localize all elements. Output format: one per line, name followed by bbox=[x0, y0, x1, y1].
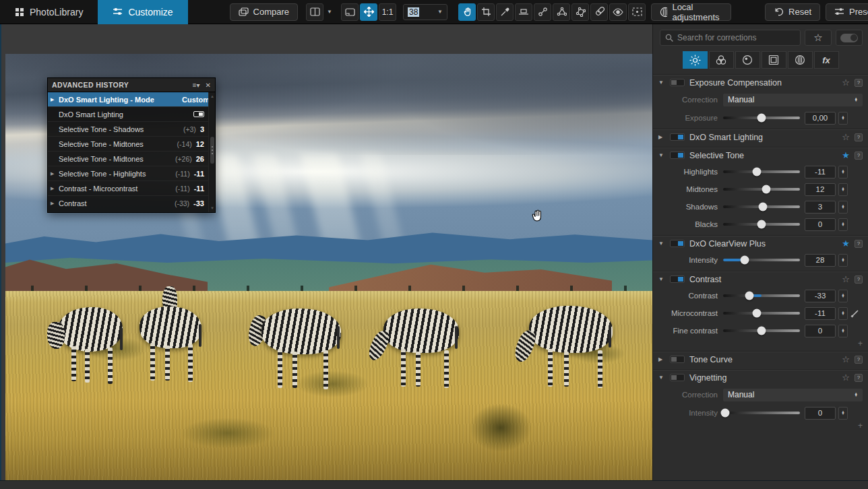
magic-wand-icon[interactable] bbox=[850, 309, 859, 318]
blacks-slider[interactable] bbox=[723, 223, 800, 226]
tab-photolibrary[interactable]: PhotoLibrary bbox=[0, 0, 98, 24]
help-icon[interactable]: ? bbox=[855, 133, 863, 141]
section-header[interactable]: ▶ DxO Smart Lighting ☆ ? bbox=[653, 129, 868, 145]
history-scroll-thumb[interactable] bbox=[210, 137, 214, 164]
enable-toggle[interactable] bbox=[670, 356, 685, 363]
disclosure-icon[interactable]: ▼ bbox=[658, 374, 665, 381]
horizon-tool[interactable] bbox=[515, 3, 532, 21]
section-header[interactable]: ▼ Vignetting ☆ ? bbox=[653, 370, 868, 385]
stepper[interactable]: ▲▼ bbox=[838, 254, 848, 267]
enable-toggle[interactable] bbox=[670, 133, 685, 141]
favorite-star-icon[interactable]: ☆ bbox=[842, 78, 850, 87]
exposure-value[interactable]: 0,00 bbox=[805, 112, 836, 125]
history-row[interactable]: Selective Tone - Shadows(+3)3 bbox=[48, 122, 215, 137]
compare-button[interactable]: Compare bbox=[230, 3, 298, 21]
color-picker-tool[interactable] bbox=[496, 3, 514, 21]
help-icon[interactable]: ? bbox=[855, 79, 863, 87]
exposure-slider[interactable] bbox=[723, 117, 800, 119]
clearview-intensity-slider[interactable] bbox=[723, 259, 800, 261]
stepper[interactable]: ▲▼ bbox=[838, 407, 848, 420]
stepper[interactable]: ▲▼ bbox=[838, 307, 848, 320]
contrast-slider[interactable] bbox=[723, 294, 800, 297]
help-icon[interactable]: ? bbox=[855, 152, 863, 160]
history-menu-icon[interactable]: ≡▾ bbox=[193, 82, 200, 89]
help-icon[interactable]: ? bbox=[855, 275, 863, 284]
repair-tool[interactable] bbox=[590, 3, 608, 21]
zoom-level-value[interactable]: 38 bbox=[408, 7, 419, 17]
help-icon[interactable]: ? bbox=[855, 356, 863, 364]
help-icon[interactable]: ? bbox=[855, 240, 863, 248]
add-sub-correction-button[interactable]: + bbox=[653, 339, 868, 349]
history-row[interactable]: Selective Tone - Midtones(+26)26 bbox=[48, 152, 215, 166]
split-view-dropdown[interactable]: ▼ bbox=[325, 3, 334, 21]
history-close-icon[interactable]: ✕ bbox=[206, 82, 211, 89]
hand-tool[interactable] bbox=[458, 3, 476, 21]
split-view-button[interactable] bbox=[306, 3, 323, 21]
slider-handle[interactable] bbox=[757, 114, 766, 123]
vignetting-intensity-slider[interactable] bbox=[723, 412, 800, 414]
history-row[interactable]: ▶Contrast - Microcontrast(-11)-11 bbox=[48, 181, 215, 196]
disclosure-icon[interactable]: ▼ bbox=[658, 152, 665, 158]
stepper[interactable]: ▲▼ bbox=[838, 218, 848, 231]
disclosure-icon[interactable]: ▼ bbox=[658, 79, 665, 86]
tab-customize[interactable]: Customize bbox=[98, 0, 187, 24]
disclosure-icon[interactable]: ▶ bbox=[658, 356, 665, 362]
palette-detail[interactable] bbox=[735, 51, 760, 69]
disclosure-icon[interactable]: ▼ bbox=[658, 276, 665, 282]
stepper[interactable]: ▲▼ bbox=[838, 166, 848, 178]
local-adjustments-button[interactable]: Local adjustments bbox=[651, 3, 731, 21]
search-input[interactable] bbox=[677, 33, 795, 42]
active-corrections-toggle-button[interactable] bbox=[836, 30, 863, 46]
history-row[interactable]: ▶Selective Tone - Highlights(-11)-11 bbox=[48, 166, 215, 181]
favorite-star-icon[interactable]: ☆ bbox=[842, 355, 850, 364]
history-scrollbar[interactable]: ▲ ▼ bbox=[208, 92, 215, 212]
stepper[interactable]: ▲▼ bbox=[838, 112, 848, 125]
favorite-star-icon[interactable]: ☆ bbox=[842, 133, 850, 141]
section-header[interactable]: ▼ Selective Tone ★ ? bbox=[653, 148, 868, 163]
microcontrast-slider[interactable] bbox=[723, 312, 800, 315]
red-eye-tool[interactable] bbox=[609, 3, 627, 21]
history-row[interactable]: ▶DxO Smart Lighting - ModeCustom bbox=[48, 92, 215, 107]
control-point-tool[interactable] bbox=[534, 3, 551, 21]
reset-button[interactable]: Reset bbox=[765, 3, 820, 21]
stepper[interactable]: ▲▼ bbox=[838, 183, 848, 196]
correction-mode-dropdown[interactable]: Manual ▲▼ bbox=[723, 94, 863, 106]
history-row[interactable]: ▶Contrast(-33)-33 bbox=[48, 196, 215, 211]
favorite-star-icon[interactable]: ★ bbox=[842, 151, 850, 160]
enable-toggle[interactable] bbox=[670, 275, 685, 283]
palette-geometry[interactable] bbox=[762, 51, 786, 69]
vignetting-mode-dropdown[interactable]: Manual ▲▼ bbox=[723, 389, 863, 401]
crop-tool[interactable] bbox=[477, 3, 495, 21]
zoom-level-combo[interactable]: 38 ▼ bbox=[403, 4, 447, 20]
control-polygon-tool[interactable] bbox=[571, 3, 589, 21]
history-row[interactable]: DxO Smart Lighting bbox=[48, 107, 215, 122]
help-icon[interactable]: ? bbox=[855, 374, 863, 382]
favorite-star-icon[interactable]: ★ bbox=[842, 239, 850, 248]
section-header[interactable]: ▶ Tone Curve ☆ ? bbox=[653, 352, 868, 367]
favorite-star-icon[interactable]: ☆ bbox=[842, 373, 850, 382]
add-sub-correction-button[interactable]: + bbox=[653, 422, 868, 431]
palette-light[interactable] bbox=[683, 51, 708, 69]
fine-contrast-slider[interactable] bbox=[723, 329, 800, 332]
enable-toggle[interactable] bbox=[670, 79, 685, 86]
stepper[interactable]: ▲▼ bbox=[838, 201, 848, 214]
fit-screen-button[interactable] bbox=[341, 3, 359, 21]
favorite-star-icon[interactable]: ☆ bbox=[842, 275, 850, 284]
section-header[interactable]: ▼ Exposure Compensation ☆ ? bbox=[653, 75, 868, 90]
favorites-filter-button[interactable]: ☆ bbox=[805, 30, 832, 46]
highlights-slider[interactable] bbox=[723, 170, 800, 173]
zoom-dropdown-icon[interactable]: ▼ bbox=[437, 9, 443, 15]
image-canvas[interactable]: ADVANCED HISTORY ≡▾ ✕ ▶DxO Smart Lightin… bbox=[0, 24, 652, 480]
disclosure-icon[interactable]: ▶ bbox=[658, 134, 665, 140]
stepper[interactable]: ▲▼ bbox=[838, 290, 848, 302]
history-row[interactable]: Selective Tone - Midtones(-14)12 bbox=[48, 137, 215, 152]
section-header[interactable]: ▼ Contrast ☆ ? bbox=[653, 271, 868, 287]
palette-local-adjustments[interactable] bbox=[788, 51, 813, 69]
section-header[interactable]: ▼ DxO ClearView Plus ★ ? bbox=[653, 236, 868, 251]
midtones-slider[interactable] bbox=[723, 188, 800, 191]
search-corrections-box[interactable] bbox=[660, 30, 801, 46]
palette-color[interactable] bbox=[709, 51, 734, 69]
enable-toggle[interactable] bbox=[670, 374, 685, 381]
stepper[interactable]: ▲▼ bbox=[838, 325, 848, 337]
enable-toggle[interactable] bbox=[670, 152, 685, 159]
